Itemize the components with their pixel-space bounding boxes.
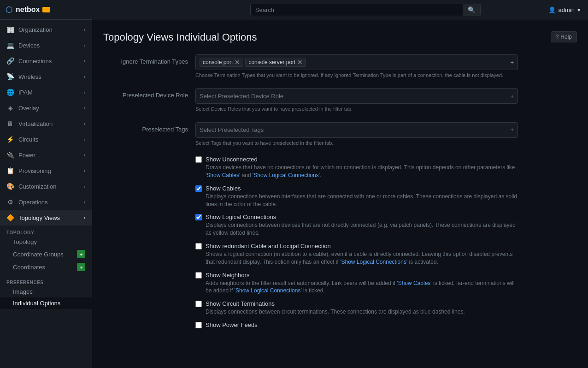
- sidebar-nav: 🏢 Organization › 💻 Devices › 🔗 Connectio…: [0, 20, 92, 368]
- topology-section: TOPOLOGY Topology Coordinate Groups + Co…: [0, 226, 92, 275]
- sidebar-label-wireless: Wireless: [18, 73, 41, 80]
- sidebar-item-operations[interactable]: ⚙ Operations ›: [0, 194, 92, 210]
- user-chevron-icon: ▾: [577, 6, 581, 13]
- preselected-device-role-help: Select Device Roles that you want to hav…: [195, 106, 518, 113]
- sidebar-item-power[interactable]: 🔌 Power ›: [0, 147, 92, 163]
- show-power-feeds-row: Show Power Feeds: [195, 321, 518, 329]
- sidebar-item-wireless[interactable]: 📡 Wireless ›: [0, 69, 92, 84]
- show-redundant-row: Show redundant Cable and Locigal Connect…: [195, 243, 518, 266]
- sidebar-item-organization[interactable]: 🏢 Organization ›: [0, 22, 92, 37]
- show-power-feeds-checkbox[interactable]: [195, 322, 202, 328]
- show-unconnected-checkbox[interactable]: [195, 156, 202, 163]
- sidebar-item-virtualization[interactable]: 🖥 Virtualization ›: [0, 116, 92, 131]
- sidebar-label-customization: Customization: [18, 183, 56, 190]
- ipam-icon: 🌐: [6, 89, 14, 96]
- topology-label: Topology: [13, 238, 37, 245]
- sidebar-item-connections[interactable]: 🔗 Connections ›: [0, 53, 92, 69]
- show-logical-connections-desc: Displays connections between devices tha…: [206, 221, 518, 237]
- select-add-tags-icon: +: [510, 126, 514, 133]
- show-circuit-terminations-label: Show Circuit Terminations: [206, 300, 518, 307]
- sidebar-item-topology[interactable]: Topology: [0, 236, 92, 248]
- chevron-connections: ›: [84, 59, 85, 64]
- show-power-feeds-label: Show Power Feeds: [206, 321, 518, 328]
- sidebar-item-images[interactable]: Images: [0, 286, 92, 297]
- logo-icon: ⬡: [6, 5, 13, 15]
- preferences-section-header: PREFERENCES: [0, 277, 92, 286]
- sidebar-item-provisioning[interactable]: 📋 Provisioning ›: [0, 163, 92, 178]
- wireless-icon: 📡: [6, 73, 14, 80]
- content-area: Topology Views Individual Options ? Help…: [92, 20, 588, 368]
- topology-section-header: TOPOLOGY: [0, 227, 92, 236]
- sidebar-item-devices[interactable]: 💻 Devices ›: [0, 37, 92, 53]
- logo-badge: —: [42, 7, 50, 12]
- devices-icon: 💻: [6, 42, 14, 49]
- user-label: admin: [559, 6, 575, 13]
- chevron-circuits: ›: [84, 137, 85, 142]
- form-section: Ignore Termination Types console port ✕ …: [103, 54, 518, 335]
- ignore-termination-label: Ignore Termination Types: [103, 54, 195, 65]
- preselected-device-role-label: Preselected Device Role: [103, 88, 195, 99]
- show-neighbors-checkbox[interactable]: [195, 272, 202, 279]
- preselected-tags-field: Select Preselected Tags + Select Tags th…: [195, 122, 518, 147]
- preselected-device-role-placeholder: Select Preselected Device Role: [200, 93, 283, 100]
- chevron-overlay: ›: [84, 106, 85, 111]
- show-circuit-terminations-checkbox[interactable]: [195, 301, 202, 307]
- search-icon: 🔍: [468, 6, 476, 13]
- sidebar-item-ipam[interactable]: 🌐 IPAM ›: [0, 84, 92, 100]
- show-cables-desc: Displays connections between interfaces …: [206, 193, 518, 208]
- chevron-devices: ›: [84, 43, 85, 48]
- show-cables-checkbox[interactable]: [195, 185, 202, 192]
- provisioning-icon: 📋: [6, 167, 14, 174]
- sidebar-item-circuits[interactable]: ⚡ Circuits ›: [0, 131, 92, 147]
- chevron-topology-views: ‹: [84, 215, 85, 220]
- sidebar-label-power: Power: [18, 152, 35, 159]
- search-wrapper: 🔍: [250, 4, 481, 16]
- show-cables-row: Show Cables Displays connections between…: [195, 185, 518, 208]
- select-add-device-role-icon: +: [510, 93, 514, 100]
- organization-icon: 🏢: [6, 26, 14, 33]
- search-input[interactable]: [250, 4, 463, 16]
- sidebar-item-customization[interactable]: 🎨 Customization ›: [0, 178, 92, 194]
- tag-console-port-remove[interactable]: ✕: [235, 59, 240, 65]
- add-coordinates-button[interactable]: +: [77, 263, 85, 271]
- add-coordinate-groups-button[interactable]: +: [77, 250, 85, 258]
- logo[interactable]: ⬡ netbox —: [6, 5, 50, 15]
- show-logical-connections-checkbox[interactable]: [195, 214, 202, 220]
- sidebar-item-coordinates[interactable]: Coordinates +: [0, 261, 92, 273]
- checkboxes-row: Show Unconnected Draws devices that have…: [103, 156, 518, 335]
- preferences-section: PREFERENCES Images Individual Options: [0, 275, 92, 311]
- show-circuit-terminations-row: Show Circuit Terminations Displays conne…: [195, 300, 518, 316]
- ignore-termination-field: console port ✕ console server port ✕ + C…: [195, 54, 518, 79]
- sidebar-item-individual-options[interactable]: Individual Options: [0, 297, 92, 309]
- chevron-ipam: ›: [84, 90, 85, 95]
- help-button[interactable]: ? Help: [551, 31, 577, 42]
- chevron-wireless: ›: [84, 74, 85, 79]
- preselected-tags-label: Preselected Tags: [103, 122, 195, 133]
- user-menu[interactable]: 👤 admin ▾: [548, 6, 581, 13]
- show-unconnected-label: Show Unconnected: [206, 156, 518, 163]
- show-unconnected-desc: Draws devices that have no connections o…: [206, 164, 518, 179]
- sidebar-item-overlay[interactable]: ◈ Overlay ›: [0, 100, 92, 116]
- show-redundant-checkbox[interactable]: [195, 243, 202, 249]
- preselected-tags-help: Select Tags that you want to have presel…: [195, 140, 518, 147]
- sidebar-label-connections: Connections: [18, 58, 52, 65]
- preselected-tags-select[interactable]: Select Preselected Tags +: [195, 122, 518, 138]
- ignore-termination-input[interactable]: console port ✕ console server port ✕ +: [195, 54, 518, 70]
- preselected-tags-row: Preselected Tags Select Preselected Tags…: [103, 122, 518, 147]
- tag-console-server-port-remove[interactable]: ✕: [297, 59, 303, 65]
- chevron-operations: ›: [84, 200, 85, 205]
- virtualization-icon: 🖥: [6, 120, 14, 127]
- search-button[interactable]: 🔍: [463, 4, 481, 16]
- tag-add-icon[interactable]: +: [510, 59, 514, 66]
- preselected-device-role-select[interactable]: Select Preselected Device Role +: [195, 88, 518, 104]
- sidebar-label-virtualization: Virtualization: [18, 120, 53, 127]
- show-neighbors-label: Show Neighbors: [206, 272, 518, 279]
- sidebar-item-topology-views[interactable]: 🔶 Topology Views ‹: [0, 210, 92, 226]
- sidebar-label-topology-views: Topology Views: [18, 214, 60, 221]
- chevron-customization: ›: [84, 184, 85, 189]
- checkboxes-container: Show Unconnected Draws devices that have…: [195, 156, 518, 335]
- show-unconnected-row: Show Unconnected Draws devices that have…: [195, 156, 518, 179]
- show-redundant-label: Show redundant Cable and Locigal Connect…: [206, 243, 518, 249]
- operations-icon: ⚙: [6, 198, 14, 206]
- sidebar-item-coordinate-groups[interactable]: Coordinate Groups +: [0, 248, 92, 261]
